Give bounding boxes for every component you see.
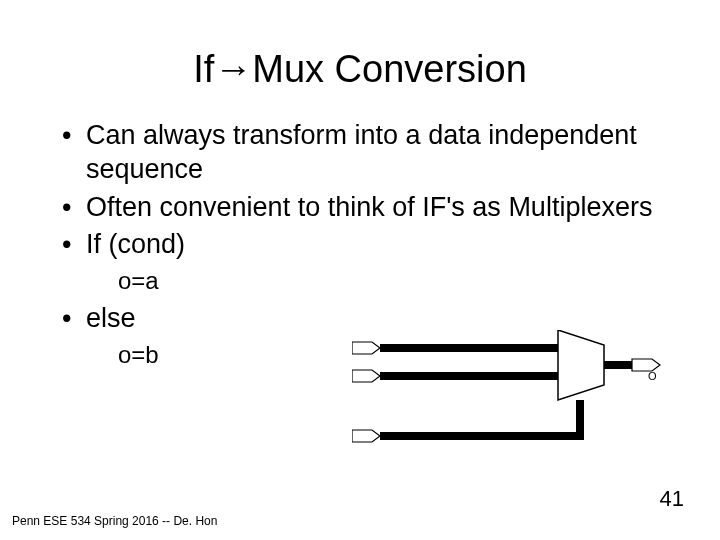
mux-icon (558, 330, 604, 400)
bullet-item: Often convenient to think of IF's as Mul… (60, 191, 660, 225)
slide: If→Mux Conversion Can always transform i… (0, 0, 720, 540)
page-number: 41 (660, 486, 684, 512)
output-pin-o: O (632, 359, 660, 382)
slide-title: If→Mux Conversion (0, 0, 720, 91)
bullet-item: Can always transform into a data indepen… (60, 119, 660, 187)
label-o: O (648, 370, 657, 382)
wire (604, 361, 632, 369)
wire (576, 400, 584, 440)
wire (380, 432, 580, 440)
footer-text: Penn ESE 534 Spring 2016 -- De. Hon (12, 514, 217, 528)
wire (380, 344, 558, 352)
bullet-item: If (cond) (60, 228, 660, 262)
bullet-subitem: o=a (60, 266, 660, 296)
slide-body: Can always transform into a data indepen… (0, 91, 720, 370)
wire (380, 372, 558, 380)
mux-diagram: A B C O (352, 330, 662, 460)
